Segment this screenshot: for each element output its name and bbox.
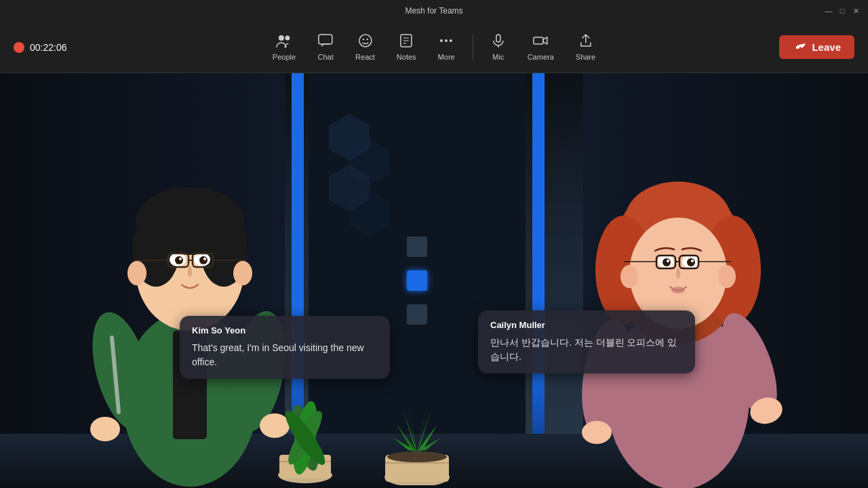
- camera-label: Camera: [528, 53, 554, 61]
- recording-dot: [14, 42, 24, 53]
- svg-point-53: [620, 265, 638, 288]
- more-button[interactable]: More: [429, 29, 465, 65]
- mic-icon: [491, 33, 506, 50]
- scene: Kim So Yeon That's great, I'm in Seoul v…: [0, 73, 868, 488]
- titlebar: Mesh for Teams — □ ✕: [0, 0, 868, 22]
- people-label: People: [273, 53, 296, 61]
- chat-label: Chat: [317, 53, 333, 61]
- svg-rect-13: [496, 35, 500, 42]
- speech-bubble-right: Cailyn Muller 만나서 반갑습니다. 저는 더블린 오피스에 있습니…: [478, 310, 695, 373]
- bubble-right-name: Cailyn Muller: [490, 320, 683, 330]
- bubble-right-text: 만나서 반갑습니다. 저는 더블린 오피스에 있습니다.: [490, 336, 683, 364]
- speech-bubble-left: Kim So Yeon That's great, I'm in Seoul v…: [180, 316, 390, 379]
- mic-label: Mic: [492, 53, 504, 61]
- bubble-left-name: Kim So Yeon: [192, 325, 378, 336]
- share-button[interactable]: Share: [566, 29, 605, 65]
- leave-label: Leave: [812, 41, 841, 53]
- svg-point-4: [362, 39, 363, 40]
- react-label: React: [355, 53, 375, 61]
- chat-button[interactable]: Chat: [308, 29, 343, 65]
- svg-point-1: [285, 36, 290, 41]
- svg-point-36: [199, 256, 208, 264]
- svg-point-37: [203, 258, 206, 260]
- close-button[interactable]: ✕: [852, 7, 860, 15]
- notes-label: Notes: [397, 53, 416, 61]
- plant-left: [264, 363, 346, 488]
- react-button[interactable]: React: [346, 29, 384, 65]
- svg-rect-15: [534, 37, 543, 44]
- notes-icon: [399, 33, 414, 50]
- svg-point-33: [175, 256, 183, 264]
- svg-point-66: [671, 287, 685, 293]
- svg-point-12: [450, 39, 452, 42]
- leave-phone-icon: [793, 41, 806, 54]
- window-controls: — □ ✕: [825, 7, 860, 15]
- mic-button[interactable]: Mic: [481, 29, 515, 65]
- bg-column-right: [532, 73, 545, 488]
- svg-point-43: [90, 417, 120, 441]
- svg-point-81: [387, 451, 447, 462]
- more-label: More: [438, 53, 455, 61]
- svg-rect-2: [319, 35, 332, 44]
- toolbar-divider: [473, 34, 473, 61]
- recording-time: 00:22:06: [30, 42, 67, 53]
- svg-point-34: [179, 258, 182, 260]
- avatar-cailyn-muller: [556, 114, 800, 488]
- toolbar: 00:22:06 People Chat: [0, 22, 868, 73]
- svg-point-31: [233, 261, 252, 285]
- react-icon: [357, 33, 373, 50]
- svg-point-54: [718, 265, 736, 288]
- svg-point-59: [687, 258, 695, 266]
- share-label: Share: [576, 53, 595, 61]
- svg-point-60: [691, 260, 694, 262]
- svg-point-0: [279, 35, 284, 41]
- more-icon: [438, 33, 454, 50]
- maximize-button[interactable]: □: [838, 7, 846, 15]
- share-icon: [578, 33, 593, 50]
- svg-point-30: [127, 261, 146, 285]
- svg-point-70: [582, 421, 612, 444]
- svg-point-11: [445, 39, 448, 42]
- svg-point-57: [667, 260, 669, 262]
- camera-icon: [532, 33, 549, 50]
- leave-button[interactable]: Leave: [779, 35, 854, 59]
- titlebar-title: Mesh for Teams: [405, 6, 462, 16]
- svg-point-56: [663, 258, 671, 266]
- toolbar-center: People Chat React: [263, 29, 605, 65]
- recording-indicator: 00:22:06: [14, 42, 67, 53]
- svg-point-5: [366, 39, 368, 40]
- notes-button[interactable]: Notes: [387, 29, 426, 65]
- chat-icon: [317, 33, 334, 50]
- svg-point-10: [440, 39, 443, 42]
- bubble-left-text: That's great, I'm in Seoul visiting the …: [192, 341, 378, 369]
- camera-button[interactable]: Camera: [518, 29, 564, 65]
- minimize-button[interactable]: —: [825, 7, 833, 15]
- people-button[interactable]: People: [263, 29, 305, 65]
- people-icon: [276, 33, 292, 50]
- svg-point-3: [359, 35, 371, 47]
